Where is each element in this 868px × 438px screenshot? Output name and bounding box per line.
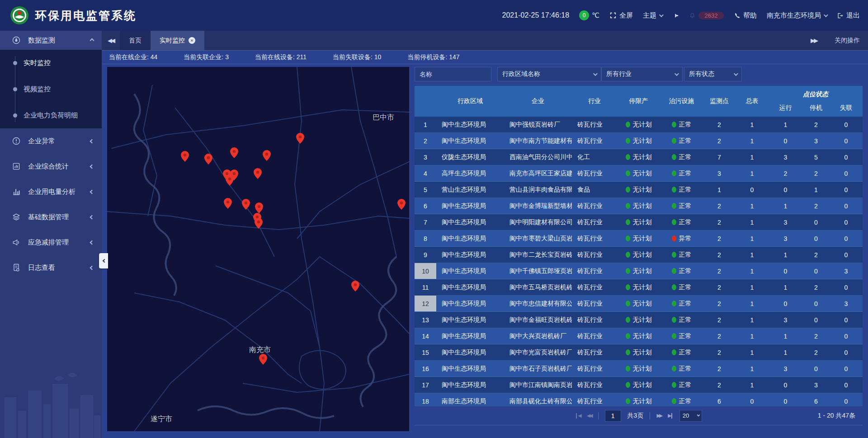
tabs-scroll-left-button[interactable]: ◀◀ <box>102 31 120 50</box>
logout-button[interactable]: 退出 <box>837 11 860 20</box>
row-facility-cell: 异常 <box>660 231 703 246</box>
table-row[interactable]: 3仪陇生态环境局西南油气田分公司川中化工无计划正常71350 <box>415 149 863 165</box>
table-row[interactable]: 8阆中生态环境局阆中市枣碧大梁山页岩砖瓦行业无计划异常21300 <box>415 231 863 247</box>
row-industry-cell: 砖瓦行业 <box>572 263 617 279</box>
tab-realtime-monitoring[interactable]: 实时监控 ✕ <box>151 31 204 50</box>
close-operations-button[interactable]: 关闭操作 <box>835 37 860 45</box>
sidebar-item-realtime-monitoring[interactable]: 实时监控 <box>0 50 102 76</box>
table-row[interactable]: 1阆中生态环境局阆中强锐页岩砖厂砖瓦行业无计划正常21120 <box>415 117 863 133</box>
map-canvas[interactable]: 巴中市南充市遂宁市 <box>107 67 409 431</box>
region-filter-select[interactable]: 行政区域名称 <box>497 67 601 81</box>
row-meter-cell: 1 <box>736 377 769 393</box>
table-row[interactable]: 5营山生态环境局营山县润丰肉食品有限食品无计划正常10010 <box>415 182 863 198</box>
map-pin-icon[interactable] <box>226 175 234 186</box>
theme-menu[interactable]: 主题 <box>643 11 662 20</box>
sidebar-item-video-monitoring[interactable]: 视频监控 <box>0 76 102 102</box>
row-meter-cell: 1 <box>736 361 769 377</box>
table-row[interactable]: 2阆中生态环境局阆中市南方节能建材有砖瓦行业无计划正常21030 <box>415 133 863 149</box>
row-facility-cell: 正常 <box>660 344 703 360</box>
table-row[interactable]: 4高坪生态环境局南充市高坪区王家店建砖瓦行业无计划正常31220 <box>415 165 863 182</box>
facility-status-label: 正常 <box>679 381 692 389</box>
sidebar-item-power-usage-analysis[interactable]: 企业用电量分析 <box>0 179 102 204</box>
sidebar: 数据监测实时监控视频监控企业电力负荷明细企业异常企业综合统计企业用电量分析基础数… <box>0 31 102 438</box>
sidebar-subitem-label: 企业电力负荷明细 <box>24 111 78 120</box>
table-row[interactable]: 16阆中生态环境局阆中市石子页岩机砖厂砖瓦行业无计划正常21300 <box>415 361 863 377</box>
map-pin-icon[interactable] <box>230 147 238 158</box>
map-roads <box>107 67 409 431</box>
row-region-cell: 阆中生态环境局 <box>436 263 504 279</box>
table-row[interactable]: 12阆中生态环境局阆中市忠信建材有限公砖瓦行业无计划正常21003 <box>415 296 863 312</box>
notifications[interactable]: 2632 <box>689 12 724 19</box>
sidebar-item-log-view[interactable]: 日志查看 <box>0 255 102 280</box>
row-monitor-cell: 2 <box>703 296 736 311</box>
row-company-cell: 阆中市枣碧大梁山页岩 <box>504 231 572 246</box>
sidebar-item-power-load-detail[interactable]: 企业电力负荷明细 <box>0 102 102 128</box>
sidebar-subitem-label: 视频监控 <box>24 85 51 94</box>
page-size-select[interactable]: 20 <box>679 410 702 422</box>
tab-home[interactable]: 首页 <box>120 31 151 50</box>
sidebar-collapse-button[interactable] <box>99 253 108 268</box>
table-row[interactable]: 18南部生态环境局南部县砚化土砖有限公砖瓦行业无计划正常60060 <box>415 393 863 406</box>
status-dot-green-icon <box>672 366 676 372</box>
last-page-button[interactable]: ▶ <box>668 413 673 419</box>
first-page-button[interactable]: ◀ <box>575 413 580 419</box>
row-number-cell: 16 <box>415 361 436 377</box>
user-org-menu[interactable]: 南充市生态环境局 <box>767 11 827 20</box>
prev-page-button[interactable]: ◀◀ <box>587 413 592 419</box>
fullscreen-button[interactable]: 全屏 <box>609 11 633 20</box>
table-row[interactable]: 9阆中生态环境局阆中市二龙长宝页岩砖砖瓦行业无计划正常21120 <box>415 247 863 263</box>
table-row[interactable]: 6阆中生态环境局阆中市金博瑞新型墙材砖瓦行业无计划正常21120 <box>415 198 863 214</box>
map-pin-icon[interactable] <box>255 218 263 229</box>
sidebar-item-enterprise-abnormal[interactable]: 企业异常 <box>0 128 102 154</box>
name-filter-input[interactable] <box>420 71 486 78</box>
row-company-cell: 南充市高坪区王家店建 <box>504 165 572 181</box>
alert-icon <box>12 137 21 146</box>
map-pin-icon[interactable] <box>296 133 304 144</box>
map-pin-icon[interactable] <box>255 203 263 213</box>
table-row[interactable]: 17阆中生态环境局阆中市江南镇阆南页岩砖瓦行业无计划正常21030 <box>415 377 863 393</box>
map-pin-icon[interactable] <box>254 168 262 179</box>
sound-button[interactable] <box>672 12 679 19</box>
table-row[interactable]: 11阆中生态环境局阆中市五马桥页岩机砖砖瓦行业无计划正常21120 <box>415 279 863 296</box>
help-button[interactable]: 帮助 <box>734 11 757 20</box>
chevron-down-icon <box>659 13 664 17</box>
row-halt-cell: 0 <box>802 214 830 230</box>
map-pin-icon[interactable] <box>204 154 212 165</box>
stop-plan-label: 无计划 <box>633 202 652 210</box>
map-pin-icon[interactable] <box>242 199 250 210</box>
map-pin-icon[interactable] <box>397 199 406 210</box>
map-pin-icon[interactable] <box>259 354 267 365</box>
row-industry-cell: 砖瓦行业 <box>572 279 617 295</box>
sidebar-item-data-monitoring[interactable]: 数据监测 <box>0 31 102 50</box>
row-lost-cell: 0 <box>830 149 863 165</box>
map-pin-icon[interactable] <box>351 281 359 292</box>
sidebar-item-label: 数据监测 <box>28 36 90 45</box>
row-lost-cell: 0 <box>830 328 863 344</box>
industry-filter-select[interactable]: 所有行业 <box>601 67 683 81</box>
table-row[interactable]: 7阆中生态环境局阆中明阳建材有限公司砖瓦行业无计划正常21300 <box>415 214 863 231</box>
page-number-input[interactable] <box>605 410 621 422</box>
row-stop-plan-cell: 无计划 <box>617 377 660 393</box>
row-facility-cell: 正常 <box>660 296 703 311</box>
tabs-scroll-right-button[interactable]: ▶▶ <box>805 37 823 44</box>
table-row[interactable]: 14阆中生态环境局阆中大兴页岩机砖厂砖瓦行业无计划正常21120 <box>415 328 863 344</box>
record-range-label: 1 - 20 共47条 <box>818 412 855 420</box>
sidebar-item-emergency-reduction[interactable]: 应急减排管理 <box>0 230 102 255</box>
map-pin-icon[interactable] <box>181 151 189 162</box>
map-pin-icon[interactable] <box>263 150 271 161</box>
table-row[interactable]: 10阆中生态环境局阆中千佛镇五郎垭页岩砖瓦行业无计划正常21003 <box>415 263 863 279</box>
row-facility-cell: 正常 <box>660 361 703 377</box>
map-pin-icon[interactable] <box>224 198 232 209</box>
tab-close-icon[interactable]: ✕ <box>189 37 195 44</box>
stop-plan-label: 无计划 <box>633 186 652 194</box>
table-row[interactable]: 15阆中生态环境局阆中市光富页岩机砖厂砖瓦行业无计划正常21120 <box>415 344 863 361</box>
table-row[interactable]: 13阆中生态环境局阆中市金福旺页岩机砖砖瓦行业无计划正常21300 <box>415 312 863 328</box>
next-page-button[interactable]: ▶▶ <box>656 413 661 419</box>
facility-status-label: 正常 <box>679 316 692 324</box>
sidebar-item-basic-data-management[interactable]: 基础数据管理 <box>0 204 102 230</box>
row-lost-cell: 0 <box>830 133 863 149</box>
row-region-cell: 阆中生态环境局 <box>436 377 504 393</box>
sidebar-item-enterprise-statistics[interactable]: 企业综合统计 <box>0 154 102 179</box>
status-filter-select[interactable]: 所有状态 <box>684 67 742 81</box>
facility-status-label: 正常 <box>679 332 692 340</box>
